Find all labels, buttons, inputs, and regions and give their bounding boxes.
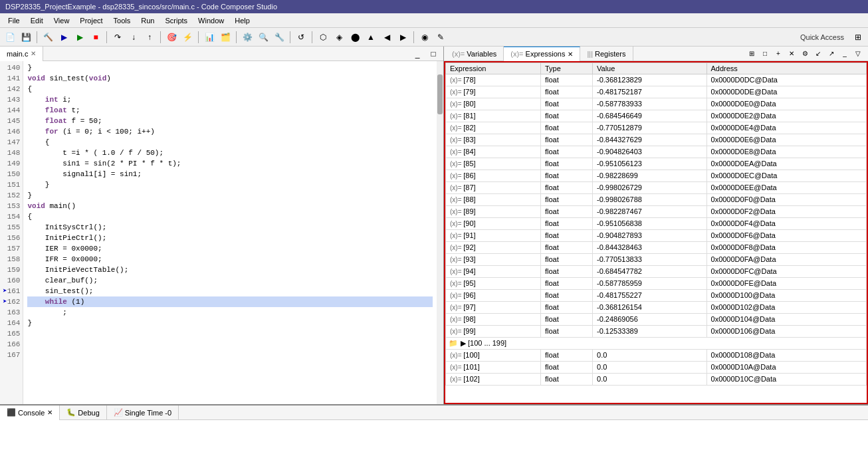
table-row[interactable]: (x)= [80]float-0.5877839330x0000D0E0@Dat…	[446, 98, 867, 110]
menu-file[interactable]: File	[3, 15, 25, 26]
editor-tab-main[interactable]: main.c ✕	[0, 47, 43, 61]
menu-tools[interactable]: Tools	[108, 15, 136, 26]
misc-btn9[interactable]: ✎	[433, 30, 448, 45]
table-row[interactable]: (x)= [89]float-0.9822874670x0000D0F2@Dat…	[446, 206, 867, 218]
table-row[interactable]: (x)= [97]float-0.3681261540x0000D102@Dat…	[446, 302, 867, 314]
search-btn[interactable]: 🔍	[256, 30, 271, 45]
table-row[interactable]: (x)= [93]float-0.7705138330x0000D0FA@Dat…	[446, 254, 867, 266]
bottom-tab-console-close[interactable]: ✕	[47, 409, 53, 416]
code-line[interactable]: }	[27, 190, 433, 201]
menu-window[interactable]: Window	[193, 15, 229, 26]
editor-tab-close[interactable]: ✕	[31, 50, 36, 57]
step-return-btn[interactable]: ↑	[142, 30, 157, 45]
panel-btn5[interactable]: ⚙	[799, 48, 811, 60]
code-line[interactable]: InitPieCtrl();	[27, 233, 433, 243]
code-line[interactable]: {	[27, 84, 433, 94]
table-row[interactable]: (x)= [88]float-0.9980267880x0000D0F0@Dat…	[446, 194, 867, 206]
table-row[interactable]: (x)= [102]float0.00x0000D10C@Data	[446, 374, 867, 386]
code-line[interactable]: ;	[27, 307, 433, 318]
table-row[interactable]: (x)= [92]float-0.8443284630x0000D0F8@Dat…	[446, 242, 867, 254]
tab-expressions[interactable]: (x)= Expressions ✕	[504, 47, 580, 61]
table-row[interactable]: (x)= [87]float-0.9980267290x0000D0EE@Dat…	[446, 182, 867, 194]
code-line[interactable]: sin_test();	[27, 286, 433, 296]
bottom-tab-console[interactable]: ⬛ Console ✕	[0, 405, 60, 420]
table-row[interactable]: (x)= [90]float-0.9510568380x0000D0F4@Dat…	[446, 218, 867, 230]
code-line[interactable]: IER = 0x0000;	[27, 243, 433, 254]
table-row[interactable]: (x)= [95]float-0.5877859590x0000D0FE@Dat…	[446, 278, 867, 290]
table-row[interactable]: (x)= [78]float-0.3681238290x0000D0DC@Dat…	[446, 74, 867, 86]
code-line[interactable]: {	[27, 211, 433, 222]
table-row[interactable]: (x)= [91]float-0.9048278930x0000D0F6@Dat…	[446, 230, 867, 242]
table-row[interactable]: 📁▶ [100 ... 199]	[446, 338, 867, 350]
misc-btn3[interactable]: ◈	[332, 30, 346, 45]
code-line[interactable]: float t;	[27, 105, 433, 116]
code-line[interactable]: int i;	[27, 94, 433, 105]
code-line[interactable]: void main()	[27, 201, 433, 211]
editor-scrollbar[interactable]	[437, 61, 443, 404]
tab-expressions-close[interactable]: ✕	[568, 51, 573, 58]
code-content[interactable]: }void sin_test(void){ int i; float t; fl…	[23, 61, 437, 404]
menu-scripts[interactable]: Scripts	[160, 15, 193, 26]
connect-btn[interactable]: ⚡	[180, 30, 195, 45]
table-row[interactable]: (x)= [84]float-0.9048264030x0000D0E8@Dat…	[446, 146, 867, 158]
bottom-tab-singletime[interactable]: 📈 Single Time -0	[107, 405, 179, 420]
tab-registers[interactable]: ||| Registers	[580, 47, 633, 61]
target-btn[interactable]: 🎯	[164, 30, 179, 45]
misc-btn1[interactable]: 🔧	[272, 30, 286, 45]
new-btn[interactable]: 📄	[3, 30, 17, 45]
refresh-btn[interactable]: ↺	[294, 30, 308, 45]
code-line[interactable]: void sin_test(void)	[27, 73, 433, 84]
misc-btn8[interactable]: ◉	[417, 30, 432, 45]
panel-btn9[interactable]: ▽	[852, 48, 864, 60]
variables-table[interactable]: Expression Type Value Address (x)= [78]f…	[444, 61, 868, 404]
panel-btn6[interactable]: ↙	[812, 48, 824, 60]
misc-btn5[interactable]: ▲	[364, 30, 378, 45]
code-line[interactable]: clear_buf();	[27, 275, 433, 286]
panel-btn2[interactable]: □	[759, 48, 771, 60]
table-row[interactable]: (x)= [82]float-0.7705128790x0000D0E4@Dat…	[446, 122, 867, 134]
table-row[interactable]: (x)= [96]float-0.4817552270x0000D100@Dat…	[446, 290, 867, 302]
panel-btn3[interactable]: +	[772, 48, 784, 60]
panel-btn1[interactable]: ⊞	[746, 48, 758, 60]
code-line[interactable]: }	[27, 179, 433, 190]
build-btn[interactable]: 🔨	[41, 30, 55, 45]
table-row[interactable]: (x)= [83]float-0.8443276290x0000D0E6@Dat…	[446, 134, 867, 146]
panel-btn8[interactable]: _	[839, 48, 851, 60]
code-line[interactable]: {	[27, 137, 433, 148]
code-line[interactable]: IFR = 0x0000;	[27, 254, 433, 265]
misc-btn2[interactable]: ⬡	[316, 30, 330, 45]
settings-btn[interactable]: ⚙️	[240, 30, 255, 45]
menu-view[interactable]: View	[49, 15, 75, 26]
code-line[interactable]: float f = 50;	[27, 116, 433, 126]
misc-btn4[interactable]: ⬤	[348, 30, 362, 45]
code-line[interactable]: signal1[i] = sin1;	[27, 169, 433, 179]
menu-edit[interactable]: Edit	[25, 15, 49, 26]
debug-btn[interactable]: ▶	[56, 30, 71, 45]
table-row[interactable]: (x)= [85]float-0.9510561230x0000D0EA@Dat…	[446, 158, 867, 170]
save-btn[interactable]: 💾	[19, 30, 33, 45]
table-row[interactable]: (x)= [98]float-0.248690560x0000D104@Data	[446, 314, 867, 326]
code-line[interactable]: t =i * ( 1.0 / f / 50);	[27, 148, 433, 158]
code-line[interactable]: }	[27, 62, 433, 73]
table-row[interactable]: (x)= [99]float-0.125333890x0000D106@Data	[446, 326, 867, 338]
table-row[interactable]: (x)= [79]float-0.4817521870x0000D0DE@Dat…	[446, 86, 867, 98]
step-into-btn[interactable]: ↓	[126, 30, 141, 45]
quick-access[interactable]: Quick Access	[795, 32, 849, 43]
minimize-editor-btn[interactable]: _	[410, 47, 425, 61]
table-row[interactable]: (x)= [94]float-0.6845477820x0000D0FC@Dat…	[446, 266, 867, 278]
bottom-tab-debug[interactable]: 🐛 Debug	[60, 405, 106, 420]
code-line[interactable]: for (i = 0; i < 100; i++)	[27, 126, 433, 137]
step-over-btn[interactable]: ↷	[110, 30, 125, 45]
chart-btn[interactable]: 📊	[202, 30, 217, 45]
panel-btn7[interactable]: ↗	[825, 48, 837, 60]
code-line[interactable]: InitPieVectTable();	[27, 265, 433, 275]
table-row[interactable]: (x)= [81]float-0.6845466490x0000D0E2@Dat…	[446, 110, 867, 122]
code-line[interactable]: while (1)	[27, 296, 433, 307]
maximize-editor-btn[interactable]: □	[426, 47, 441, 61]
tab-variables[interactable]: (x)= Variables	[445, 47, 504, 61]
menu-run[interactable]: Run	[136, 15, 160, 26]
table-row[interactable]: (x)= [100]float0.00x0000D108@Data	[446, 350, 867, 362]
misc-btn6[interactable]: ◀	[380, 30, 394, 45]
code-line[interactable]: }	[27, 318, 433, 328]
table-row[interactable]: (x)= [86]float-0.982286990x0000D0EC@Data	[446, 170, 867, 182]
